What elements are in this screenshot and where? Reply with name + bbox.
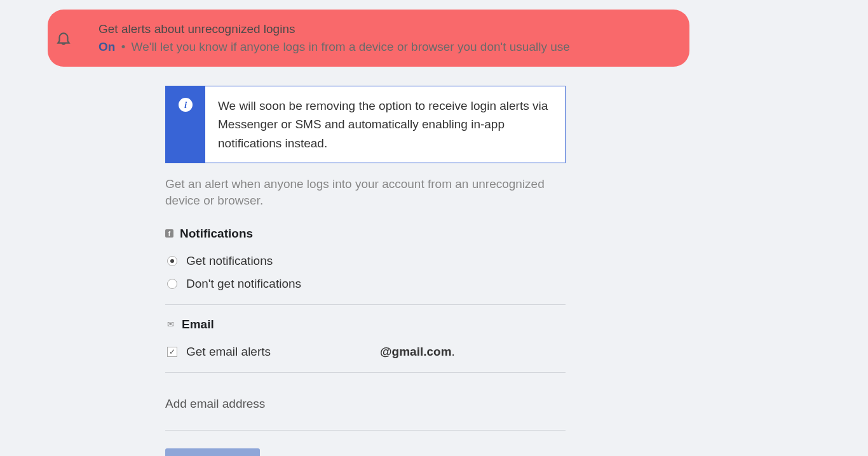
email-period: . bbox=[452, 345, 455, 358]
panel-description: Get an alert when anyone logs into your … bbox=[165, 176, 566, 208]
radio-get-label: Get notifications bbox=[186, 254, 273, 268]
divider bbox=[165, 430, 566, 431]
facebook-icon: f bbox=[165, 229, 173, 238]
info-sidebar: i bbox=[166, 86, 205, 163]
radio-get-notifications[interactable] bbox=[167, 256, 177, 266]
info-icon: i bbox=[179, 98, 193, 112]
save-changes-button[interactable]: Save changes bbox=[165, 448, 260, 456]
radio-get-notifications-row[interactable]: Get notifications bbox=[165, 250, 566, 272]
banner-separator: • bbox=[121, 40, 126, 53]
checkbox-email-alerts[interactable]: ✓ bbox=[167, 347, 177, 357]
envelope-icon: ✉ bbox=[165, 319, 175, 330]
info-text: We will soon be removing the option to r… bbox=[205, 86, 565, 163]
bell-icon bbox=[55, 30, 72, 49]
divider bbox=[165, 304, 566, 305]
checkbox-email-label: Get email alerts bbox=[186, 345, 271, 359]
email-address: @gmail.com bbox=[380, 345, 452, 358]
email-checkbox-row[interactable]: ✓ Get email alerts @gmail.com. bbox=[165, 340, 566, 363]
settings-panel: i We will soon be removing the option to… bbox=[165, 86, 566, 456]
radio-dont-label: Don't get notifications bbox=[186, 277, 301, 291]
banner-title: Get alerts about unrecognized logins bbox=[98, 22, 570, 36]
login-alerts-banner[interactable]: Get alerts about unrecognized logins On … bbox=[48, 10, 689, 67]
radio-dont-get-notifications-row[interactable]: Don't get notifications bbox=[165, 272, 566, 295]
banner-description: We'll let you know if anyone logs in fro… bbox=[132, 40, 570, 53]
add-email-address-link[interactable]: Add email address bbox=[165, 386, 566, 422]
notifications-title: Notifications bbox=[180, 227, 253, 241]
banner-status: On bbox=[98, 40, 115, 53]
email-title: Email bbox=[182, 318, 214, 332]
radio-dont-get-notifications[interactable] bbox=[167, 279, 177, 289]
info-box: i We will soon be removing the option to… bbox=[165, 86, 566, 163]
divider bbox=[165, 372, 566, 373]
